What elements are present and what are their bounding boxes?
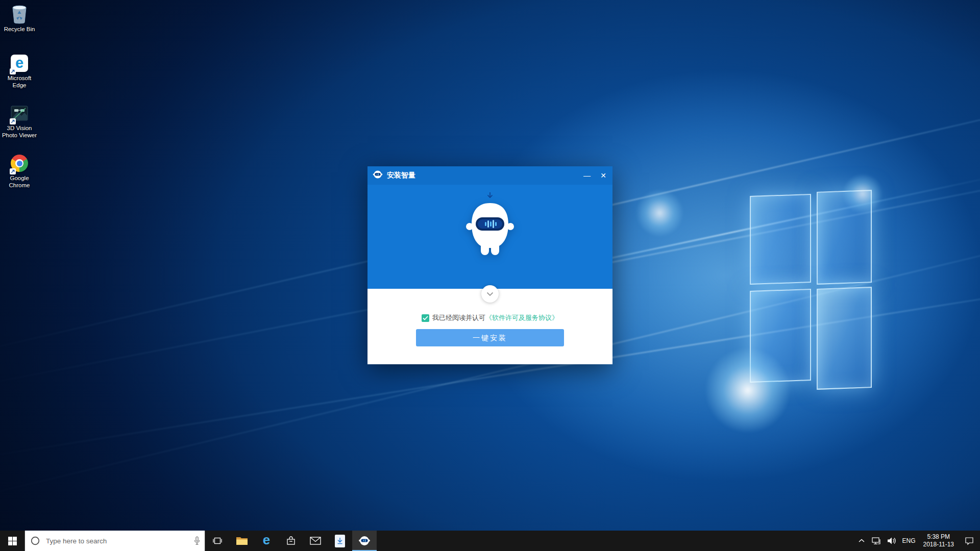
- download-arrow-icon: [486, 192, 494, 202]
- agreement-link[interactable]: 《软件许可及服务协议》: [485, 313, 558, 322]
- network-icon: [872, 537, 881, 545]
- edge-icon: e: [10, 53, 29, 73]
- shortcut-arrow-icon: [10, 117, 16, 123]
- installer-title: 安装智量: [387, 171, 579, 180]
- tray-chevron-button[interactable]: [854, 531, 869, 551]
- taskbar-installer-file-button[interactable]: [328, 531, 352, 551]
- recycle-bin-icon: [10, 4, 29, 24]
- installer-titlebar[interactable]: 安装智量 — ✕: [368, 166, 612, 185]
- installer-hero: [368, 185, 612, 289]
- taskbar-clock[interactable]: 5:38 PM 2018-11-13: [919, 533, 959, 548]
- edge-e-glyph: e: [15, 56, 23, 70]
- windows-logo-icon: [8, 537, 17, 545]
- clock-date: 2018-11-13: [923, 541, 954, 548]
- microphone-icon[interactable]: [193, 536, 201, 545]
- desktop-icon-label: 3D Vision Photo Viewer: [1, 125, 38, 139]
- minimize-button[interactable]: —: [579, 166, 595, 185]
- desktop-icon-3d-vision-photo-viewer[interactable]: 3D Vision Photo Viewer: [1, 103, 38, 139]
- speaker-icon: [887, 537, 896, 545]
- agreement-text: 我已经阅读并认可: [432, 313, 485, 322]
- desktop-icon-label: Microsoft Edge: [1, 75, 38, 89]
- taskbar-store-button[interactable]: [279, 531, 303, 551]
- language-indicator[interactable]: ENG: [899, 537, 919, 544]
- mail-icon: [310, 537, 321, 545]
- taskbar-installer-app-button[interactable]: [352, 531, 377, 551]
- shortcut-arrow-icon: [10, 67, 16, 73]
- volume-button[interactable]: [884, 531, 899, 551]
- desktop-icon-label: Recycle Bin: [4, 26, 35, 33]
- 3d-vision-photo-viewer-icon: [10, 103, 29, 123]
- close-button[interactable]: ✕: [595, 166, 611, 185]
- task-view-icon: [212, 536, 223, 546]
- taskbar-search-input[interactable]: [45, 537, 193, 545]
- check-icon: [423, 316, 428, 320]
- clock-time: 5:38 PM: [927, 533, 950, 541]
- chevron-down-icon: [486, 292, 494, 296]
- start-button[interactable]: [0, 531, 24, 551]
- edge-icon: e: [263, 533, 270, 546]
- chrome-icon: [10, 153, 29, 173]
- desktop-icon-recycle-bin[interactable]: Recycle Bin: [1, 4, 38, 33]
- installer-window: 安装智量 — ✕: [368, 166, 612, 364]
- taskbar-file-explorer-button[interactable]: [230, 531, 254, 551]
- store-icon: [286, 536, 296, 546]
- system-tray: ENG 5:38 PM 2018-11-13: [854, 531, 980, 551]
- taskbar-search[interactable]: [24, 531, 205, 551]
- install-button[interactable]: 一键安装: [416, 329, 564, 346]
- taskbar: e: [0, 531, 980, 551]
- cortana-icon: [30, 536, 40, 546]
- action-center-button[interactable]: [959, 531, 980, 551]
- network-status-button[interactable]: [869, 531, 884, 551]
- action-center-icon: [965, 536, 974, 545]
- shortcut-arrow-icon: [10, 167, 16, 173]
- desktop-icon-label: Google Chrome: [1, 175, 38, 189]
- installer-file-icon: [335, 535, 345, 547]
- file-explorer-icon: [236, 536, 248, 546]
- taskbar-edge-button[interactable]: e: [254, 531, 279, 551]
- agreement-checkbox[interactable]: [422, 314, 429, 322]
- taskbar-task-view-button[interactable]: [205, 531, 230, 551]
- expand-options-button[interactable]: [481, 285, 499, 303]
- robot-mascot: [465, 201, 514, 260]
- desktop-icon-microsoft-edge[interactable]: e Microsoft Edge: [1, 53, 38, 89]
- installer-app-icon: [358, 535, 371, 547]
- desktop-icon-google-chrome[interactable]: Google Chrome: [1, 153, 38, 189]
- chevron-up-icon: [859, 539, 865, 543]
- taskbar-mail-button[interactable]: [303, 531, 328, 551]
- installer-logo-icon: [373, 169, 383, 182]
